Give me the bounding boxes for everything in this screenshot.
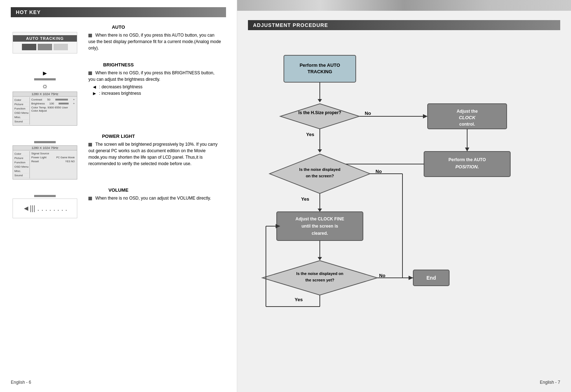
auto-tracking-box: AUTO TRACKING xyxy=(13,32,77,53)
increases-brightness-row: ► : increases brightness xyxy=(92,90,226,96)
powerlight-label: POWER LIGHT xyxy=(11,134,226,139)
osd-content-2: Signal Source Power LightPC Game Movie R… xyxy=(30,151,76,178)
osd-resolution-2: 1280 X 1024 75Hz xyxy=(13,146,77,150)
top-decorative-bar xyxy=(237,0,571,11)
left-arrow-icon: ◄ xyxy=(92,84,97,90)
adjust-clock-line1: Adjust the xyxy=(457,109,478,114)
hotkey-volume-section: VOLUME ◄||| . . . . . . . . When there i… xyxy=(11,187,226,220)
osd-sidebar-2: Color Picture Function OSD Menu Misc. So… xyxy=(14,151,30,178)
osd-content: Contrast 50 + Brightness 100 + xyxy=(30,97,76,125)
noise2-line2: the screen yet? xyxy=(305,278,335,282)
flowchart-svg: Perform the AUTO TRACKING Is the H.Size … xyxy=(248,37,557,332)
powerlight-bullet-icon xyxy=(88,143,92,146)
brightness-label: BRIGHTNESS xyxy=(11,62,226,67)
powerlight-osd: 1280 X 1024 75Hz Color Picture Function … xyxy=(13,145,77,179)
auto-tracking-text-line2: TRACKING xyxy=(308,69,332,74)
osd-body: Color Picture Function OSD Menu Misc. So… xyxy=(13,97,77,125)
label-no-2: No xyxy=(376,169,382,174)
node-hsize xyxy=(280,104,359,129)
right-arrow-icon: ► xyxy=(92,90,97,96)
hotkey-section-header: HOT KEY xyxy=(11,7,226,17)
auto-position-line1: Perform the AUTO xyxy=(448,157,486,162)
hotkey-powerlight-section: POWER LIGHT 1280 X 1024 75Hz Color Pictu… xyxy=(11,134,226,181)
adjust-clock-line2: CLOCK xyxy=(459,115,476,120)
hsize-text-line1: Is the H.Size proper? xyxy=(298,110,341,115)
auto-label: AUTO xyxy=(11,24,226,30)
hotkey-brightness-section: BRIGHTNESS ► ☼ 1280 X 1024 75Hz Color Pi… xyxy=(11,62,226,127)
clock-fine-line1: Adjust the CLOCK FINE xyxy=(295,216,344,221)
decreases-brightness-row: ◄ : decreases brightness xyxy=(92,84,226,90)
powerlight-description-text: The screen will be brightened progressiv… xyxy=(88,142,217,166)
flowchart-container: Perform the AUTO TRACKING Is the H.Size … xyxy=(248,37,557,332)
noise1-line1: Is the noise displayed xyxy=(299,167,340,172)
auto-description-text: When there is no OSD, if you press this … xyxy=(88,33,221,51)
volume-desc: When there is no OSD, you can adjust the… xyxy=(85,195,226,201)
adjustment-section-header: ADJUSTMENT PROCEDURE xyxy=(248,20,560,30)
osd-sidebar: Color Picture Function OSD Menu Misc. So… xyxy=(14,97,30,125)
end-text: End xyxy=(427,275,436,281)
bar-mid xyxy=(38,44,52,50)
right-content: ADJUSTMENT PROCEDURE Perform the AUTO TR… xyxy=(248,20,560,332)
arrowhead-2 xyxy=(423,114,428,118)
brightness-desc: When there is no OSD, if you press this … xyxy=(85,70,226,83)
volume-display-text: ◄||| . . . . . . . . xyxy=(23,204,67,213)
label-no-3: No xyxy=(379,273,385,278)
powerlight-bar xyxy=(34,141,56,143)
brightness-bar xyxy=(34,78,56,80)
clock-fine-line3: cleared. xyxy=(312,231,328,236)
clock-fine-line2: until the screen is xyxy=(301,224,338,229)
bar-dark xyxy=(22,44,36,50)
powerlight-desc: The screen will be brightened progressiv… xyxy=(85,141,226,167)
auto-desc: When there is no OSD, if you press this … xyxy=(85,32,226,51)
arrowhead-6 xyxy=(318,257,322,260)
right-panel: ADJUSTMENT PROCEDURE Perform the AUTO TR… xyxy=(237,0,571,392)
arrowhead-5 xyxy=(318,209,322,212)
brightness-bullet-icon xyxy=(88,71,92,75)
osd-resolution: 1280 X 1024 75Hz xyxy=(13,92,77,97)
arrowhead-3 xyxy=(465,148,469,151)
label-yes-2: Yes xyxy=(301,196,309,202)
adjustment-title: ADJUSTMENT PROCEDURE xyxy=(253,22,328,28)
hotkey-title: HOT KEY xyxy=(16,9,41,15)
arrowhead-4 xyxy=(318,149,322,153)
osd-body-2: Color Picture Function OSD Menu Misc. So… xyxy=(13,150,77,179)
brightness-sun-icon: ☼ xyxy=(11,82,79,90)
adjust-clock-line3: control. xyxy=(459,122,475,127)
volume-bullet-icon xyxy=(88,197,92,200)
volume-display: ◄||| . . . . . . . . xyxy=(13,199,77,218)
page-number-right: English - 7 xyxy=(540,380,560,385)
label-no-1: No xyxy=(365,111,371,116)
increases-brightness-text: : increases brightness xyxy=(99,91,141,96)
auto-tracking-text-line1: Perform the AUTO xyxy=(300,62,340,68)
label-yes-1: Yes xyxy=(306,132,314,137)
decreases-brightness-text: : decreases brightness xyxy=(99,84,143,89)
auto-bullet-icon xyxy=(88,34,92,37)
page-number-left: English - 6 xyxy=(11,380,31,385)
volume-description-text: When there is no OSD, you can adjust the… xyxy=(95,196,211,201)
auto-tracking-bars xyxy=(13,44,77,50)
brightness-osd: 1280 X 1024 75Hz Color Picture Function … xyxy=(13,92,77,126)
brightness-description-text: When there is no OSD, if you press this … xyxy=(88,70,215,82)
auto-tracking-label: AUTO TRACKING xyxy=(13,35,77,42)
brightness-arrow-icon: ► xyxy=(11,70,79,77)
volume-bar xyxy=(34,195,56,197)
arrowhead-1 xyxy=(318,99,322,102)
volume-label: VOLUME xyxy=(11,187,226,193)
bar-light xyxy=(54,44,68,50)
hotkey-auto-section: AUTO AUTO TRACKING Wh xyxy=(11,24,226,56)
noise2-line1: Is the noise displayed on xyxy=(296,271,344,276)
noise1-line2: on the screen? xyxy=(306,174,334,178)
left-panel: HOT KEY AUTO AUTO TRACKING xyxy=(0,0,237,392)
auto-position-line2: POSITION. xyxy=(455,164,479,169)
label-yes-3: Yes xyxy=(295,297,303,302)
